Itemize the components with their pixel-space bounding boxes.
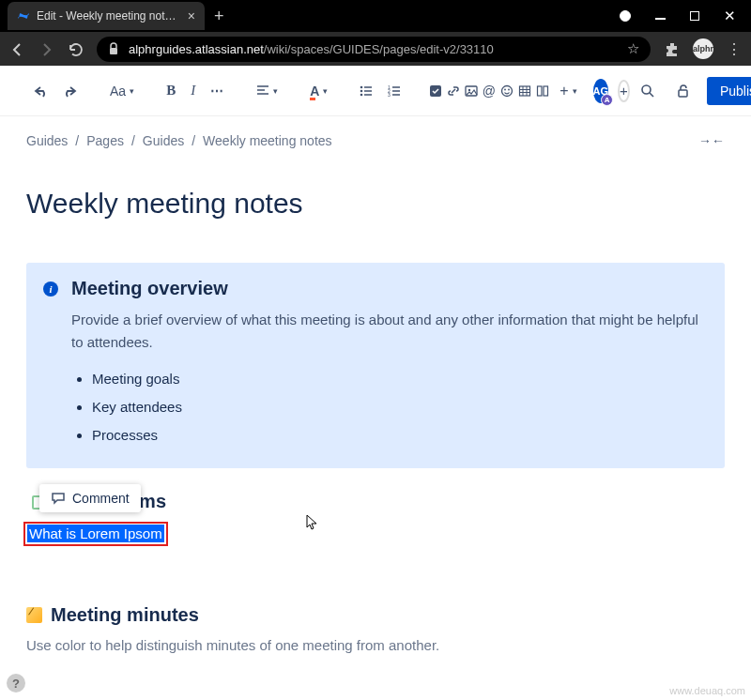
link-icon[interactable] [446,84,460,98]
meeting-minutes-section: Meeting minutes Use color to help distin… [26,604,725,653]
panel-heading[interactable]: Meeting overview [71,278,706,299]
star-icon[interactable]: ☆ [627,40,639,57]
action-item-icon[interactable] [428,84,442,98]
editor-content: Guides/ Pages/ Guides/ Weekly meeting no… [0,116,751,670]
table-icon[interactable] [517,84,531,98]
window-controls: ✕ [620,8,743,24]
info-icon: i [43,282,58,297]
comment-icon [51,492,66,505]
svg-rect-0 [110,48,117,54]
url-box[interactable]: alphrguides.atlassian.net/wiki/spaces/GU… [97,37,651,62]
maximize-icon[interactable] [690,11,699,21]
list-item[interactable]: Processes [92,421,706,449]
list-item[interactable]: Meeting goals [92,365,706,393]
svg-rect-13 [519,86,529,96]
forward-icon[interactable] [38,41,54,57]
svg-point-10 [501,85,512,96]
breadcrumb-link[interactable]: Guides [143,133,184,148]
chrome-menu-icon[interactable]: ⋮ [727,40,742,58]
reload-icon[interactable] [68,41,84,57]
browser-tab[interactable]: Edit - Weekly meeting notes - Gu × [8,2,205,30]
panel-list[interactable]: Meeting goals Key attendees Processes [71,365,706,449]
insert-more-dropdown[interactable]: +▾ [555,78,581,104]
svg-point-12 [508,88,510,90]
editor-toolbar: Aa▾ B I ⋯ ▾ A▾ 123 @ +▾ AGA + Publish Cl… [0,66,751,116]
svg-rect-14 [537,86,542,96]
italic-button[interactable]: I [186,78,200,103]
undo-button[interactable] [28,80,54,102]
align-dropdown[interactable]: ▾ [252,81,283,101]
confluence-favicon [17,9,30,23]
lock-icon [108,42,119,55]
text-style-dropdown[interactable]: Aa▾ [105,79,139,103]
restrictions-icon[interactable] [671,79,696,103]
svg-rect-17 [679,90,687,97]
breadcrumb-link[interactable]: Guides [26,133,68,148]
insert-icons-group: @ [428,84,549,98]
action-items-section: Comment Action items What is Lorem Ipsom [26,491,725,546]
svg-rect-15 [544,86,548,96]
comment-label: Comment [72,491,130,506]
info-panel[interactable]: i Meeting overview Provide a brief overv… [26,263,725,468]
back-icon[interactable] [9,41,25,57]
publish-button[interactable]: Publish [707,77,751,105]
record-icon[interactable] [620,10,631,22]
selected-text[interactable]: What is Lorem Ipsom [27,525,164,542]
tab-close-icon[interactable]: × [188,8,195,23]
invite-button[interactable]: + [618,80,630,102]
new-tab-button[interactable]: + [214,7,224,26]
url-text: alphrguides.atlassian.net/wiki/spaces/GU… [129,42,494,56]
comment-popup[interactable]: Comment [39,484,141,512]
help-icon[interactable]: ? [7,674,25,692]
breadcrumbs: Guides/ Pages/ Guides/ Weekly meeting no… [26,133,725,148]
svg-point-3 [360,93,363,96]
cursor-icon [306,514,319,531]
find-icon[interactable] [636,79,660,103]
svg-point-9 [468,88,470,90]
svg-point-1 [360,85,363,88]
more-formatting-button[interactable]: ⋯ [206,79,229,103]
bullet-list-button[interactable] [355,81,377,101]
svg-point-11 [504,88,506,90]
emoji-icon[interactable] [499,84,513,98]
svg-point-2 [360,89,363,92]
page-title[interactable]: Weekly meeting notes [26,188,725,220]
text-color-dropdown[interactable]: A▾ [305,79,332,103]
selection-highlight-box: What is Lorem Ipsom [23,522,168,546]
numbered-list-button[interactable]: 123 [383,81,406,101]
meeting-minutes-desc[interactable]: Use color to help distinguish minutes of… [26,637,725,653]
breadcrumb-link[interactable]: Weekly meeting notes [203,133,331,148]
tab-title: Edit - Weekly meeting notes - Gu [37,9,181,23]
list-item[interactable]: Key attendees [92,393,706,421]
minimize-icon[interactable] [655,18,666,20]
browser-address-bar: alphrguides.atlassian.net/wiki/spaces/GU… [0,32,751,66]
watermark: www.deuaq.com [669,685,745,696]
notes-icon [26,607,42,623]
meeting-minutes-heading[interactable]: Meeting minutes [26,604,725,626]
svg-text:3: 3 [388,92,391,97]
svg-point-16 [642,85,651,94]
redo-button[interactable] [56,80,83,102]
profile-avatar[interactable]: alphr [693,38,713,59]
collapse-icon[interactable]: →← [698,133,725,148]
breadcrumb-link[interactable]: Pages [86,133,124,148]
window-titlebar: Edit - Weekly meeting notes - Gu × + ✕ [0,0,751,32]
image-icon[interactable] [464,84,478,98]
panel-description[interactable]: Provide a brief overview of what this me… [71,309,706,354]
layouts-icon[interactable] [535,84,549,98]
close-window-icon[interactable]: ✕ [724,8,736,24]
mention-icon[interactable]: @ [482,84,496,98]
extensions-icon[interactable] [664,41,680,57]
bold-button[interactable]: B [161,78,180,103]
user-avatar[interactable]: AGA [593,79,609,103]
